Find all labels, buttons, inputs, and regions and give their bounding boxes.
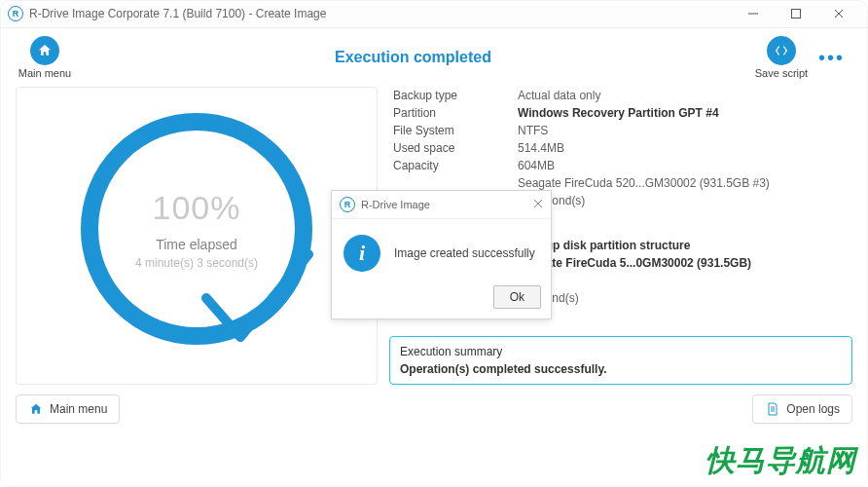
detail-key: Backup type	[389, 87, 514, 104]
app-logo-icon: R	[8, 6, 23, 21]
detail-value: Seagate FireCuda 520...GM30002 (931.5GB …	[514, 174, 852, 192]
summary-title: Execution summary	[400, 345, 842, 358]
save-script-icon	[767, 36, 796, 65]
step-title: Backup disk partition structure	[514, 237, 852, 254]
watermark: 快马导航网	[705, 441, 856, 481]
maximize-button[interactable]	[775, 0, 817, 27]
info-dialog: R R-Drive Image i Image created successf…	[331, 190, 552, 319]
main-menu-button-label: Main menu	[50, 402, 107, 416]
detail-value: 604MB	[514, 157, 852, 174]
detail-row: File SystemNTFS	[389, 122, 852, 139]
main-menu-button[interactable]: Main menu	[16, 394, 120, 424]
detail-value: #3	[514, 272, 852, 289]
open-logs-button[interactable]: Open logs	[752, 394, 852, 424]
progress-percent: 100%	[135, 189, 258, 227]
execution-summary-box: Execution summary Operation(s) completed…	[389, 336, 852, 385]
dialog-message: Image created successfully	[394, 246, 535, 260]
dialog-titlebar: R R-Drive Image	[332, 191, 551, 219]
detail-value: 514.4MB	[514, 139, 852, 157]
minimize-button[interactable]	[732, 0, 775, 27]
ok-button[interactable]: Ok	[493, 285, 541, 309]
info-icon: i	[344, 235, 380, 272]
step-subtitle: Seagate FireCuda 5...0GM30002 (931.5GB)	[514, 254, 852, 272]
app-window: { "titlebar": { "title": "R-Drive Image …	[0, 0, 868, 487]
detail-value: Windows Recovery Partition GPT #4	[514, 104, 852, 122]
footer: Main menu Open logs	[0, 385, 868, 433]
detail-row: PartitionWindows Recovery Partition GPT …	[389, 104, 852, 122]
detail-row: Backup typeActual data only	[389, 87, 852, 104]
dialog-close-button[interactable]	[533, 199, 543, 210]
detail-value: 15 second(s)	[514, 192, 852, 209]
document-icon	[765, 401, 780, 417]
home-icon	[28, 401, 44, 417]
detail-value: Actual data only	[514, 87, 852, 104]
more-actions-button[interactable]: •••	[813, 39, 850, 77]
open-logs-button-label: Open logs	[786, 402, 840, 416]
main-menu-toolbar-button[interactable]: Main menu	[14, 36, 76, 79]
detail-key: Used space	[389, 139, 514, 157]
dialog-actions: Ok	[332, 285, 551, 318]
detail-row: Capacity604MB	[389, 157, 852, 174]
save-script-label: Save script	[755, 67, 808, 79]
progress-dial: 100% Time elapsed 4 minute(s) 3 second(s…	[65, 97, 328, 360]
save-script-button[interactable]: Save script	[750, 36, 813, 79]
close-window-button[interactable]	[817, 0, 860, 27]
toolbar: Main menu Execution completed Save scrip…	[0, 28, 868, 87]
dialog-title: R-Drive Image	[361, 199, 430, 210]
window-title: R-Drive Image Corporate 7.1 (Build 7100)…	[29, 7, 326, 20]
page-title: Execution completed	[76, 49, 750, 66]
detail-key: File System	[389, 122, 514, 139]
detail-key: Capacity	[389, 157, 514, 174]
detail-value: NTFS	[514, 122, 852, 139]
main-menu-toolbar-label: Main menu	[18, 67, 71, 79]
progress-panel: 100% Time elapsed 4 minute(s) 3 second(s…	[16, 87, 378, 385]
home-icon	[30, 36, 59, 65]
window-titlebar: R R-Drive Image Corporate 7.1 (Build 710…	[0, 0, 868, 28]
app-logo-icon: R	[340, 197, 355, 212]
dialog-body: i Image created successfully	[332, 219, 551, 285]
summary-message: Operation(s) completed successfully.	[400, 362, 842, 376]
detail-key: Partition	[389, 104, 514, 122]
svg-rect-0	[792, 10, 801, 19]
detail-row: Used space514.4MB	[389, 139, 852, 157]
detail-value: 1 second(s)	[514, 289, 852, 307]
